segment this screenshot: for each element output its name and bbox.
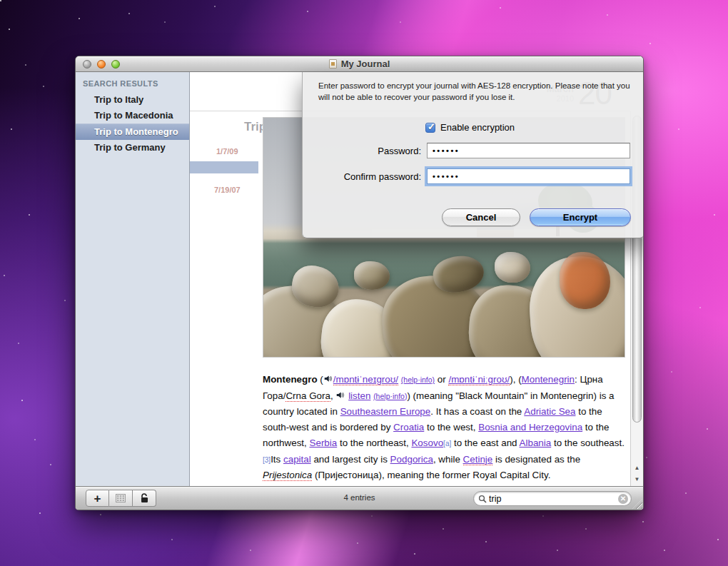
text-run: , while xyxy=(433,454,463,465)
password-label: Password: xyxy=(207,146,421,156)
entry-content-pane: March 2010 20 Trip to Montenegro 1/7/09 … xyxy=(190,72,643,486)
wiki-link[interactable]: (help·info) xyxy=(373,392,407,400)
text-run: is designated as the xyxy=(492,454,580,465)
text-run: to the northeast, xyxy=(337,438,411,448)
entry-list-date-faint: 7/19/07 xyxy=(214,186,241,194)
close-button xyxy=(83,60,91,69)
wiki-link[interactable]: Albania xyxy=(520,438,552,448)
wiki-link[interactable]: Cetinje xyxy=(463,454,493,465)
photo-rock xyxy=(560,252,610,309)
text-run: to the west, xyxy=(424,422,478,433)
wiki-link[interactable]: Montenegrin xyxy=(522,374,575,385)
scroll-up-arrow[interactable]: ▲ xyxy=(635,463,640,473)
cancel-button[interactable]: Cancel xyxy=(442,208,520,226)
speaker-icon[interactable] xyxy=(336,388,345,404)
text-run: , xyxy=(330,390,335,401)
wiki-link[interactable]: Kosovo xyxy=(411,438,443,448)
sidebar-header: SEARCH RESULTS xyxy=(76,72,189,92)
desktop-background: My Journal SEARCH RESULTS Trip to Italy … xyxy=(0,0,728,566)
sidebar-item-trip-to-macedonia[interactable]: Trip to Macedonia xyxy=(76,108,189,123)
text-run: to the southeast. xyxy=(551,438,625,448)
text-run: ), ( xyxy=(510,374,521,385)
wiki-link[interactable]: /mɒntɨˈniːgroʊ/ xyxy=(448,374,510,385)
encrypt-button[interactable]: Encrypt xyxy=(530,208,631,226)
wiki-link[interactable]: Podgorica xyxy=(390,454,433,465)
wiki-link[interactable]: Croatia xyxy=(393,422,424,433)
clear-search-icon[interactable]: ✕ xyxy=(618,494,628,504)
text-run: Its xyxy=(271,454,283,465)
sheet-message: Enter password to encrypt your journal w… xyxy=(318,81,637,103)
photo-rock xyxy=(354,261,390,290)
wiki-link[interactable]: (help·info) xyxy=(401,375,435,384)
status-bar: + xyxy=(76,486,643,510)
sidebar-item-trip-to-germany[interactable]: Trip to Germany xyxy=(76,140,189,156)
text-run: . It has a coast on the xyxy=(430,406,524,417)
encryption-sheet-dialog: Enter password to encrypt your journal w… xyxy=(302,72,644,238)
entry-text: Montenegro (/mɒntɨˈneɪgroʊ/ (help·info) … xyxy=(263,372,625,481)
wiki-link[interactable]: capital xyxy=(283,454,311,465)
text-run: Crna Gora xyxy=(285,390,330,402)
wiki-link[interactable]: /mɒntɨˈneɪgroʊ/ xyxy=(333,374,398,385)
document-icon xyxy=(329,59,337,69)
text-run: [3] xyxy=(263,456,271,464)
search-icon xyxy=(478,495,487,503)
zoom-button[interactable] xyxy=(111,60,120,69)
text-run: ( xyxy=(318,374,323,385)
text-run: to the east and xyxy=(451,438,519,448)
sidebar-item-trip-to-italy[interactable]: Trip to Italy xyxy=(76,92,189,108)
confirm-password-label: Confirm password: xyxy=(207,171,421,182)
text-run: or xyxy=(435,374,448,385)
wiki-link[interactable]: Bosnia and Herzegovina xyxy=(478,422,582,433)
text-run: [a] xyxy=(443,440,451,448)
sidebar-item-trip-to-montenegro[interactable]: Trip to Montenegro xyxy=(76,123,189,140)
password-field[interactable] xyxy=(427,143,630,158)
text-run: and largest city is xyxy=(311,454,390,465)
confirm-password-field[interactable] xyxy=(427,168,630,184)
text-run: Montenegro xyxy=(263,374,318,385)
speaker-icon[interactable] xyxy=(324,372,333,388)
wiki-link[interactable]: Adriatic Sea xyxy=(524,406,575,417)
search-input[interactable] xyxy=(489,494,618,504)
search-field[interactable]: ✕ xyxy=(473,491,632,506)
window-title: My Journal xyxy=(341,59,390,69)
wiki-link[interactable]: listen xyxy=(348,390,370,401)
photo-rock xyxy=(495,252,531,283)
wiki-link[interactable]: Serbia xyxy=(310,438,338,448)
minimize-button[interactable] xyxy=(97,60,106,69)
text-run: (Пријестоница), meaning the former Royal… xyxy=(312,470,550,480)
starfield xyxy=(0,0,1,1)
enable-encryption-checkbox[interactable] xyxy=(425,123,435,133)
scroll-down-arrow[interactable]: ▼ xyxy=(635,475,640,485)
title-bar[interactable]: My Journal xyxy=(76,56,643,72)
wiki-link[interactable]: Southeastern Europe xyxy=(340,406,431,417)
text-run: Prijestonica xyxy=(263,470,312,481)
sidebar: SEARCH RESULTS Trip to Italy Trip to Mac… xyxy=(76,72,190,486)
app-window: My Journal SEARCH RESULTS Trip to Italy … xyxy=(75,56,644,510)
enable-encryption-label: Enable encryption xyxy=(440,122,515,133)
